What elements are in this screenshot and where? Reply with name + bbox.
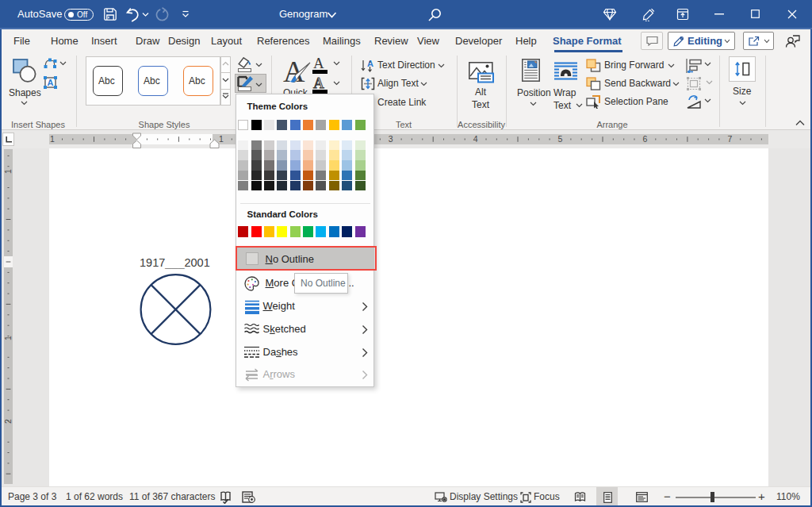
svg-text:7: 7 [727, 134, 732, 144]
svg-text:2: 2 [4, 419, 13, 424]
svg-text:4: 4 [473, 134, 478, 144]
svg-text:A: A [48, 78, 54, 87]
svg-text:6: 6 [642, 134, 647, 144]
svg-text:1: 1 [4, 169, 13, 174]
svg-text:1: 1 [50, 134, 55, 144]
svg-text:5: 5 [558, 134, 563, 144]
svg-text:3: 3 [389, 134, 393, 144]
svg-text:1: 1 [4, 336, 13, 340]
